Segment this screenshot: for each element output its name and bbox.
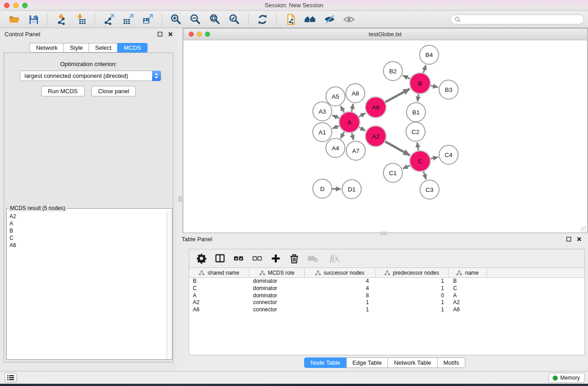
graph-node-A4[interactable]: A4	[326, 138, 345, 157]
network-close-button[interactable]	[189, 32, 194, 37]
table-row-B[interactable]: Bdominator41B	[189, 278, 584, 285]
graph-edge-C-C1[interactable]	[403, 166, 410, 169]
task-history-button[interactable]	[5, 373, 17, 382]
tab-network[interactable]: Network	[29, 43, 64, 52]
close-window-button[interactable]	[4, 3, 10, 8]
criterion-dropdown[interactable]: largest connected component (directed)	[20, 71, 161, 81]
delete-icon[interactable]	[288, 253, 300, 264]
tab-style[interactable]: Style	[63, 43, 89, 52]
hide-eye-icon[interactable]	[323, 13, 335, 25]
close-table-panel-icon[interactable]	[576, 236, 582, 242]
network-file-icon[interactable]	[284, 13, 296, 25]
graph-edge-A-A5[interactable]	[341, 106, 344, 113]
graph-node-C1[interactable]: C1	[383, 163, 402, 182]
network-minimize-button[interactable]	[197, 32, 202, 37]
home-pair-icon[interactable]	[304, 13, 316, 25]
graph-edge-A-A6[interactable]	[359, 113, 366, 117]
import-network-icon[interactable]	[55, 13, 67, 25]
network-canvas[interactable]: B4 B2 B B3 A5 A8 A6 A3 B1 A A1 C2 A2	[183, 40, 587, 233]
graph-node-C3[interactable]: C3	[420, 180, 439, 199]
refresh-icon[interactable]	[256, 13, 268, 25]
graph-edge-A-A4[interactable]	[341, 132, 344, 138]
graph-node-D1[interactable]: D1	[342, 180, 361, 199]
splitter-grip-horizontal[interactable]	[381, 232, 387, 235]
mcds-result-item[interactable]: A6	[10, 242, 172, 249]
tab-motifs[interactable]: Motifs	[437, 357, 466, 368]
graph-node-A7[interactable]: A7	[346, 141, 365, 160]
mcds-result-item[interactable]: B	[10, 227, 172, 234]
export-image-icon[interactable]	[142, 13, 154, 25]
graph-node-A8[interactable]: A8	[346, 84, 365, 103]
column-header-name[interactable]: name	[449, 268, 487, 277]
search-input[interactable]	[450, 14, 584, 24]
add-icon[interactable]	[270, 253, 282, 264]
graph-node-C2[interactable]: C2	[406, 122, 425, 141]
tab-edge-table[interactable]: Edge Table	[346, 357, 388, 368]
window-resize-grip[interactable]	[581, 226, 587, 232]
graph-edge-A2-C[interactable]	[385, 142, 410, 156]
graph-node-C4[interactable]: C4	[439, 145, 458, 164]
graph-node-A3[interactable]: A3	[313, 102, 332, 121]
network-zoom-button[interactable]	[205, 32, 210, 37]
zoom-window-button[interactable]	[22, 3, 28, 8]
float-table-panel-icon[interactable]	[565, 236, 572, 242]
gear-icon[interactable]	[196, 253, 207, 264]
graph-edge-A-A3[interactable]	[332, 115, 339, 118]
close-panel-button[interactable]: Close panel	[91, 86, 136, 96]
uncheck-pair-icon[interactable]	[251, 253, 263, 264]
import-table-icon[interactable]	[75, 13, 87, 25]
zoom-fit-icon[interactable]	[209, 13, 221, 25]
graph-edge-B-B4[interactable]	[423, 65, 425, 73]
save-session-icon[interactable]	[27, 13, 39, 25]
memory-button[interactable]: Memory	[549, 373, 585, 383]
open-session-icon[interactable]	[8, 13, 20, 25]
graph-node-A1[interactable]: A1	[313, 123, 332, 142]
graph-edge-B-B3[interactable]	[430, 86, 438, 87]
column-header-MCDS-role[interactable]: MCDS role	[249, 268, 305, 277]
table-row-C[interactable]: Cdominator41C	[189, 285, 584, 292]
graph-edge-C-C3[interactable]	[424, 172, 426, 179]
tab-mcds[interactable]: MCDS	[117, 43, 147, 52]
export-network-icon[interactable]	[103, 13, 115, 25]
check-pair-icon[interactable]	[233, 253, 244, 264]
columns-icon[interactable]	[214, 253, 226, 264]
mcds-result-item[interactable]: C	[10, 234, 172, 242]
column-header-shared-name[interactable]: shared name	[189, 268, 249, 277]
graph-edge-B-B2[interactable]	[403, 76, 410, 79]
table-row-A2[interactable]: A2connector11A2	[189, 299, 584, 306]
splitter-grip-vertical[interactable]	[178, 196, 182, 202]
zoom-selected-icon[interactable]	[228, 13, 240, 25]
graph-node-B1[interactable]: B1	[406, 103, 425, 122]
graph-node-C[interactable]: C	[410, 151, 430, 172]
tab-node-table[interactable]: Node Table	[304, 357, 347, 368]
column-header-predecessor-nodes[interactable]: predecessor nodes	[375, 268, 449, 277]
mcds-scrollbar[interactable]	[167, 211, 172, 359]
minimize-window-button[interactable]	[13, 3, 19, 8]
graph-edge-A-A2[interactable]	[359, 127, 365, 130]
close-panel-icon[interactable]	[167, 31, 173, 37]
graph-node-B4[interactable]: B4	[420, 45, 439, 64]
run-mcds-button[interactable]: Run MCDS	[41, 86, 85, 96]
graph-edge-A-A1[interactable]	[333, 126, 339, 128]
graph-node-A5[interactable]: A5	[326, 87, 345, 106]
table-row-A6[interactable]: A6connector11A6	[189, 306, 584, 314]
tab-network-table[interactable]: Network Table	[387, 357, 437, 368]
graph-edge-C-C2[interactable]	[417, 143, 419, 151]
graph-node-A6[interactable]: A6	[365, 97, 386, 118]
graph-node-B3[interactable]: B3	[439, 80, 458, 99]
graph-edge-A-A7[interactable]	[352, 133, 354, 140]
column-header-successor-nodes[interactable]: successor nodes	[305, 268, 375, 277]
graph-node-A2[interactable]: A2	[365, 126, 386, 147]
float-panel-icon[interactable]	[157, 31, 163, 37]
graph-edge-C-C4[interactable]	[430, 157, 438, 159]
table-row-A[interactable]: Adominator80A	[189, 292, 584, 300]
zoom-out-icon[interactable]	[189, 13, 201, 25]
zoom-in-icon[interactable]	[170, 13, 182, 25]
export-table-icon[interactable]	[122, 13, 134, 25]
graph-node-B2[interactable]: B2	[383, 62, 402, 81]
graph-edge-A-A8[interactable]	[352, 104, 353, 112]
tab-select[interactable]: Select	[89, 43, 118, 52]
graph-node-B[interactable]: B	[410, 73, 430, 94]
mcds-result-item[interactable]: A2	[10, 213, 172, 220]
graph-edge-B-B1[interactable]	[417, 94, 418, 101]
